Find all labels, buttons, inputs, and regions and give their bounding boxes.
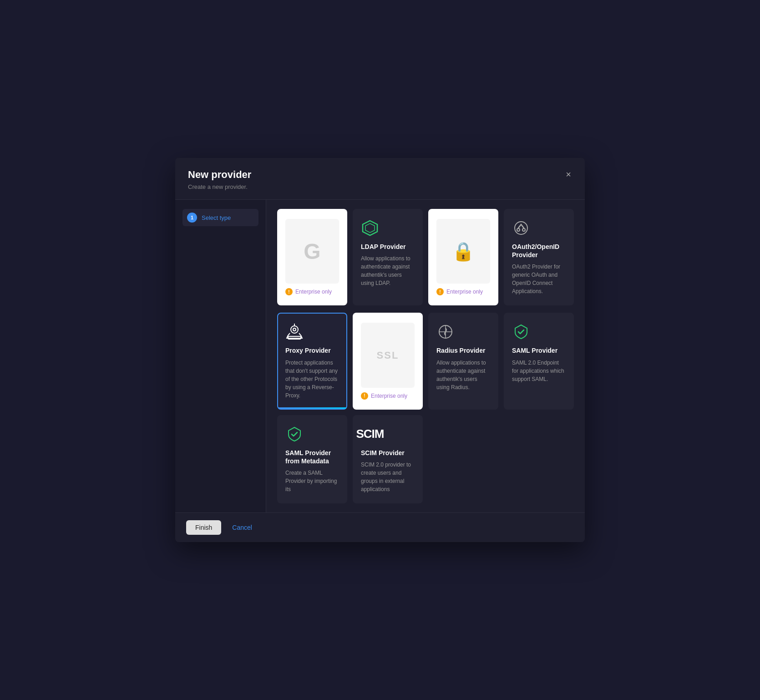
saml-meta-provider-desc: Create a SAML Provider by importing its — [285, 469, 339, 493]
modal-footer: Finish Cancel — [175, 512, 585, 542]
radius-provider-name: Radius Provider — [436, 346, 490, 355]
saml-meta-icon — [285, 425, 304, 443]
finish-button[interactable]: Finish — [186, 520, 221, 535]
close-button[interactable]: × — [561, 167, 576, 182]
saml-provider-desc: SAML 2.0 Endpoint for applications which… — [512, 359, 566, 400]
svg-point-4 — [517, 228, 520, 231]
enterprise-warning-icon-ms: ! — [436, 288, 444, 295]
svg-point-6 — [293, 328, 296, 331]
ssl-text-icon: SSL — [377, 350, 399, 361]
ldap-provider-name: LDAP Provider — [361, 243, 415, 251]
provider-card-saml[interactable]: SAML Provider SAML 2.0 Endpoint for appl… — [504, 313, 574, 409]
card-placeholder-ms: 🔒 — [436, 219, 490, 284]
step-select-type[interactable]: 1 Select type — [182, 209, 258, 226]
svg-point-5 — [291, 326, 298, 333]
proxy-provider-name: Proxy Provider — [285, 346, 339, 355]
provider-card-saml-meta[interactable]: SAML Provider from Metadata Create a SAM… — [277, 415, 347, 503]
saml-meta-provider-name: SAML Provider from Metadata — [285, 449, 339, 465]
step-label: Select type — [202, 214, 231, 221]
scim-provider-desc: SCIM 2.0 provider to create users and gr… — [361, 461, 415, 493]
radius-icon — [436, 323, 455, 341]
radius-provider-desc: Allow applications to authenticate again… — [436, 359, 490, 400]
svg-marker-0 — [363, 221, 377, 235]
enterprise-warning-icon-scim: ! — [361, 392, 368, 400]
proxy-provider-desc: Protect applications that don't support … — [285, 359, 339, 400]
ldap-icon — [361, 219, 379, 237]
enterprise-label-google: Enterprise only — [295, 289, 332, 295]
ldap-provider-desc: Allow applications to authenticate again… — [361, 254, 415, 295]
provider-card-microsoft[interactable]: 🔒 ! Enterprise only — [428, 209, 498, 305]
provider-card-oauth2[interactable]: OAuth2/OpenID Provider OAuth2 Provider f… — [504, 209, 574, 305]
card-placeholder: G — [285, 219, 339, 284]
enterprise-label-scim: Enterprise only — [371, 393, 407, 399]
modal-subtitle: Create a new provider. — [188, 183, 572, 190]
oauth-provider-desc: OAuth2 Provider for generic OAuth and Op… — [512, 263, 566, 295]
main-content: G ! Enterprise only LDAP Pr — [266, 200, 585, 512]
card-placeholder-scim: SSL — [361, 323, 415, 387]
enterprise-label-ms: Enterprise only — [446, 289, 483, 295]
provider-card-radius[interactable]: Radius Provider Allow applications to au… — [428, 313, 498, 409]
svg-marker-1 — [365, 223, 375, 233]
provider-card-ldap[interactable]: LDAP Provider Allow applications to auth… — [353, 209, 423, 305]
enterprise-warning-icon: ! — [285, 288, 293, 295]
provider-card-google-workspace[interactable]: G ! Enterprise only — [277, 209, 347, 305]
new-provider-modal: New provider Create a new provider. × 1 … — [175, 158, 585, 542]
empty-slot-2 — [504, 415, 574, 503]
modal-title: New provider — [188, 169, 572, 181]
proxy-icon — [285, 323, 304, 341]
empty-slot-1 — [428, 415, 498, 503]
svg-point-3 — [522, 228, 525, 231]
saml-provider-name: SAML Provider — [512, 346, 566, 355]
oauth-provider-name: OAuth2/OpenID Provider — [512, 243, 566, 259]
enterprise-link-scim[interactable]: ! Enterprise only — [361, 388, 415, 400]
provider-grid-row2: Proxy Provider Protect applications that… — [277, 313, 574, 409]
modal-body: 1 Select type G ! Enterprise only — [175, 200, 585, 512]
g-letter-icon: G — [304, 239, 320, 264]
lock-icon: 🔒 — [452, 241, 475, 262]
scim-text-icon: SCIM — [356, 427, 384, 441]
oauth-icon — [512, 219, 530, 237]
provider-card-scim[interactable]: SCIM SCIM Provider SCIM 2.0 provider to … — [353, 415, 423, 503]
step-badge: 1 — [187, 213, 197, 223]
provider-card-scim-ent[interactable]: SSL ! Enterprise only — [353, 313, 423, 409]
scim-icon: SCIM — [361, 425, 379, 443]
cancel-button[interactable]: Cancel — [227, 520, 258, 535]
modal-header: New provider Create a new provider. × — [175, 158, 585, 200]
provider-grid-row1: G ! Enterprise only LDAP Pr — [277, 209, 574, 305]
sidebar: 1 Select type — [175, 200, 266, 512]
enterprise-link-google[interactable]: ! Enterprise only — [285, 284, 339, 295]
provider-card-proxy[interactable]: Proxy Provider Protect applications that… — [277, 313, 347, 409]
saml-icon — [512, 323, 530, 341]
scim-provider-name: SCIM Provider — [361, 449, 415, 457]
provider-grid-row3: SAML Provider from Metadata Create a SAM… — [277, 415, 574, 503]
enterprise-link-ms[interactable]: ! Enterprise only — [436, 284, 490, 295]
